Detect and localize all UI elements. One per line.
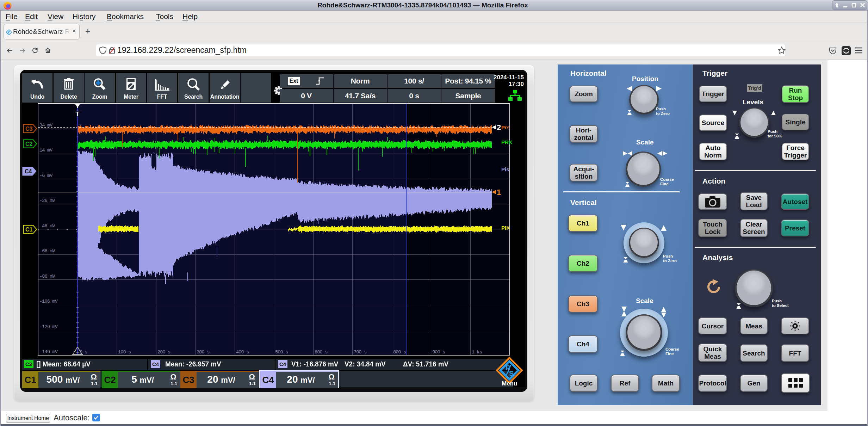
svg-text:300 s: 300 s (197, 350, 210, 355)
svg-text:-66 mV: -66 mV (39, 248, 56, 254)
svg-text:-46 mV: -46 mV (39, 223, 56, 229)
svg-text:900 s: 900 s (432, 350, 445, 355)
svg-text:Prs: Prs (501, 124, 510, 130)
svg-text:-6 mV: -6 mV (39, 173, 53, 178)
svg-text:700 s: 700 s (354, 350, 367, 355)
svg-text:-126 mV: -126 mV (39, 324, 58, 329)
svg-text:-26 mV: -26 mV (39, 198, 56, 203)
svg-text:800 s: 800 s (393, 350, 406, 355)
svg-text:34 mV: 34 mV (39, 123, 53, 128)
svg-text:200 s: 200 s (157, 350, 170, 355)
svg-text:Pis: Pis (501, 166, 509, 172)
svg-text:PRK: PRK (501, 139, 513, 145)
svg-text:400 s: 400 s (236, 350, 249, 355)
svg-text:500 s: 500 s (275, 350, 288, 355)
svg-text:2: 2 (497, 123, 501, 132)
svg-text:-146 mV: -146 mV (39, 349, 58, 354)
svg-text:600 s: 600 s (315, 350, 328, 355)
svg-text:T: T (75, 111, 79, 118)
svg-text:1 ks: 1 ks (472, 350, 482, 355)
svg-text:100 s: 100 s (118, 350, 131, 355)
svg-text:-106 mV: -106 mV (39, 299, 58, 304)
svg-text:-86 mV: -86 mV (39, 274, 56, 279)
svg-text:14 mV: 14 mV (39, 148, 53, 153)
svg-text:1: 1 (497, 188, 501, 197)
svg-text:S: S (509, 370, 514, 377)
